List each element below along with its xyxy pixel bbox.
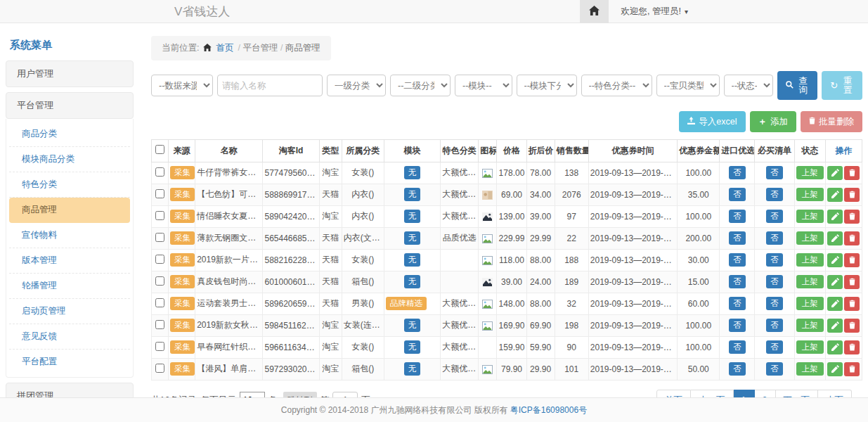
user-menu[interactable]: 欢迎您, 管理员! ▾ [609,6,701,18]
home-button[interactable] [580,0,609,23]
filter-select-3[interactable]: --模块-- [455,75,512,96]
imported-toggle[interactable]: 否 [729,362,746,376]
imported-toggle[interactable]: 否 [729,340,746,354]
filter-select-7[interactable]: --状态-- [724,75,773,96]
imported-toggle[interactable]: 否 [729,188,746,202]
sidebar-subitem-意见反馈[interactable]: 意见反馈 [9,324,130,350]
must-buy-toggle[interactable]: 否 [766,166,783,180]
must-buy-toggle[interactable]: 否 [766,340,783,354]
source-select[interactable]: --数据来源-- [151,75,213,96]
filter-select-6[interactable]: --宝贝类型-- [656,75,720,96]
must-buy-toggle[interactable]: 否 [766,362,783,376]
status-badge[interactable]: 上架 [796,340,824,354]
imported-toggle[interactable]: 否 [729,275,746,289]
delete-button[interactable] [844,210,860,224]
filter-select-5[interactable]: --特色分类-- [581,75,652,96]
sidebar-subitem-平台配置[interactable]: 平台配置 [9,350,130,374]
imported-toggle[interactable]: 否 [729,210,746,224]
sidebar-subitem-特色分类[interactable]: 特色分类 [9,172,130,198]
sidebar-group-用户管理[interactable]: 用户管理 [6,60,134,87]
imported-toggle[interactable]: 否 [729,166,746,180]
row-checkbox[interactable] [155,320,164,329]
filter-select-4[interactable]: --模块下分类-- [517,75,577,96]
delete-button[interactable] [844,231,860,245]
status-badge[interactable]: 上架 [796,297,824,311]
sidebar-subitem-商品分类[interactable]: 商品分类 [9,122,130,147]
delete-button[interactable] [844,362,860,376]
pager-button-下一页[interactable]: 下一页 [776,390,819,398]
imported-toggle[interactable]: 否 [729,253,746,267]
row-checkbox[interactable] [155,167,164,177]
import-excel-button[interactable]: 导入excel [679,111,745,132]
status-badge[interactable]: 上架 [796,231,824,245]
must-buy-toggle[interactable]: 否 [766,275,783,289]
edit-button[interactable] [827,210,843,224]
must-buy-toggle[interactable]: 否 [766,188,783,202]
reset-button[interactable]: ↻ 重置 [822,71,862,100]
sidebar-subitem-模块商品分类[interactable]: 模块商品分类 [9,147,130,172]
breadcrumb-home-link[interactable]: 首页 [216,42,233,54]
pager-button-上一页[interactable]: 上一页 [691,390,734,398]
edit-button[interactable] [827,362,843,376]
row-checkbox[interactable] [155,233,164,242]
must-buy-toggle[interactable]: 否 [766,210,783,224]
pager-button-2[interactable]: 2 [755,390,776,398]
edit-button[interactable] [827,188,843,202]
delete-button[interactable] [844,319,860,333]
edit-button[interactable] [827,166,843,180]
delete-button[interactable] [844,253,860,267]
pager-button-首页[interactable]: 首页 [656,390,691,398]
status-badge[interactable]: 上架 [796,188,824,202]
row-checkbox[interactable] [155,211,164,220]
name-search-input[interactable] [217,75,323,96]
add-button[interactable]: ＋ 添加 [750,111,797,132]
must-buy-toggle[interactable]: 否 [766,253,783,267]
edit-button[interactable] [827,297,843,311]
sidebar-group-拼团管理[interactable]: 拼团管理 [6,383,134,397]
sidebar-group-平台管理[interactable]: 平台管理 [6,92,134,119]
icp-link[interactable]: 粤ICP备16098006号 [510,404,587,416]
edit-button[interactable] [827,340,843,354]
delete-button[interactable] [844,340,860,354]
edit-button[interactable] [827,275,843,289]
batch-delete-button[interactable]: 批量删除 [801,111,862,132]
status-badge[interactable]: 上架 [796,319,824,333]
imported-toggle[interactable]: 否 [729,319,746,333]
jump-button[interactable]: 跳转到 [283,392,317,398]
sidebar-subitem-商品管理[interactable]: 商品管理 [9,198,130,223]
page-number-input[interactable] [332,392,358,398]
query-button[interactable]: 查询 [777,71,818,100]
imported-toggle[interactable]: 否 [729,231,746,245]
pager-button-1[interactable]: 1 [734,390,755,398]
status-badge[interactable]: 上架 [796,210,824,224]
edit-button[interactable] [827,231,843,245]
row-checkbox[interactable] [155,298,164,307]
status-badge[interactable]: 上架 [796,362,824,376]
filter-select-2[interactable]: --二级分类-- [390,75,451,96]
delete-button[interactable] [844,297,860,311]
pager-button-末页[interactable]: 末页 [818,390,852,398]
must-buy-toggle[interactable]: 否 [766,319,783,333]
delete-button[interactable] [844,188,860,202]
row-checkbox[interactable] [155,342,164,351]
row-checkbox[interactable] [155,255,164,264]
edit-button[interactable] [827,253,843,267]
delete-button[interactable] [844,275,860,289]
must-buy-toggle[interactable]: 否 [766,231,783,245]
row-checkbox[interactable] [155,364,164,373]
edit-button[interactable] [827,319,843,333]
status-badge[interactable]: 上架 [796,166,824,180]
row-checkbox[interactable] [155,189,164,198]
imported-toggle[interactable]: 否 [729,297,746,311]
sidebar-subitem-宣传物料[interactable]: 宣传物料 [9,223,130,248]
sidebar-subitem-版本管理[interactable]: 版本管理 [9,248,130,274]
sidebar-subitem-启动页管理[interactable]: 启动页管理 [9,299,130,324]
row-checkbox[interactable] [155,276,164,286]
status-badge[interactable]: 上架 [796,253,824,267]
per-page-select[interactable]: 10 [240,392,265,397]
delete-button[interactable] [844,166,860,180]
status-badge[interactable]: 上架 [796,275,824,289]
filter-select-1[interactable]: 一级分类 [327,75,386,96]
sidebar-subitem-轮播管理[interactable]: 轮播管理 [9,274,130,299]
select-all-checkbox[interactable] [155,145,164,154]
